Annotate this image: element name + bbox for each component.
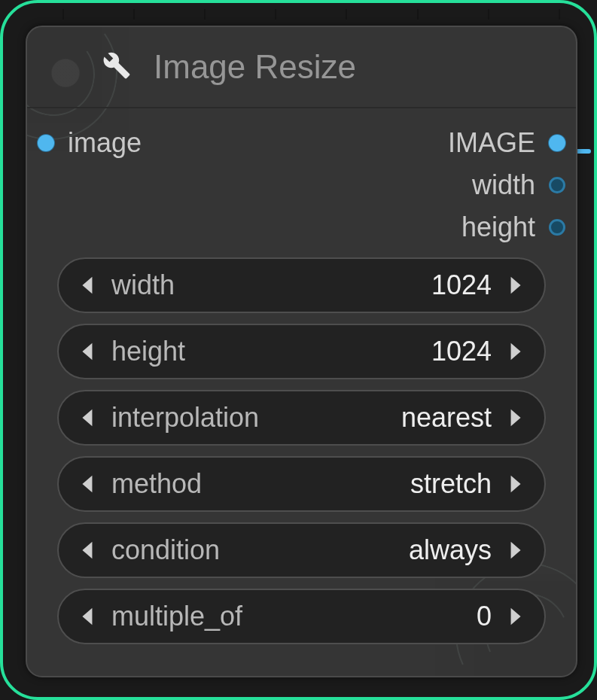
widget-value[interactable]: always [227,534,492,566]
chevron-left-icon[interactable] [75,540,98,560]
widget-label: method [111,468,202,500]
output-label: IMAGE [448,127,535,159]
widget-condition[interactable]: condition always [57,522,546,578]
chevron-right-icon[interactable] [505,540,528,560]
chevron-left-icon[interactable] [75,607,98,626]
widget-multiple-of[interactable]: multiple_of 0 [57,589,546,644]
output-port-image[interactable] [549,135,565,151]
widget-value[interactable]: stretch [209,468,492,500]
node-body: image IMAGE width height wid [27,108,576,676]
input-label: image [68,127,142,159]
node-title: Image Resize [154,48,356,86]
widget-method[interactable]: method stretch [57,456,546,512]
widget-value[interactable]: nearest [267,402,492,434]
output-port-height[interactable] [549,219,565,236]
io-row: width [27,164,576,206]
chevron-left-icon[interactable] [75,275,98,295]
widget-value[interactable]: 1024 [193,336,492,367]
widget-label: multiple_of [111,601,242,632]
node-header[interactable]: Image Resize [27,27,576,108]
chevron-right-icon[interactable] [505,474,528,494]
wrench-icon [102,51,131,83]
chevron-left-icon[interactable] [75,408,98,428]
io-row: height [27,206,576,248]
chevron-left-icon[interactable] [75,474,98,494]
chevron-right-icon[interactable] [505,275,528,295]
output-port-width[interactable] [549,177,565,193]
chevron-right-icon[interactable] [505,408,528,428]
output-label: width [472,169,535,201]
widget-height[interactable]: height 1024 [57,324,546,379]
chevron-left-icon[interactable] [75,342,98,361]
widget-label: width [111,269,175,301]
widget-label: condition [111,534,220,566]
widget-value[interactable]: 1024 [182,269,492,301]
widget-label: interpolation [111,402,259,434]
output-label: height [461,212,535,243]
canvas-grid-ticks [3,9,594,20]
chevron-right-icon[interactable] [505,607,528,626]
input-port-image[interactable] [38,135,54,151]
widget-value[interactable]: 0 [250,601,492,632]
io-row: image IMAGE [27,122,576,164]
chevron-right-icon[interactable] [505,342,528,361]
image-resize-node[interactable]: Image Resize image IMAGE width height [26,26,577,677]
widget-interpolation[interactable]: interpolation nearest [57,390,546,446]
widget-width[interactable]: width 1024 [57,257,546,313]
widgets-container: width 1024 height 1024 interpolation nea… [27,248,576,644]
widget-label: height [111,336,185,367]
